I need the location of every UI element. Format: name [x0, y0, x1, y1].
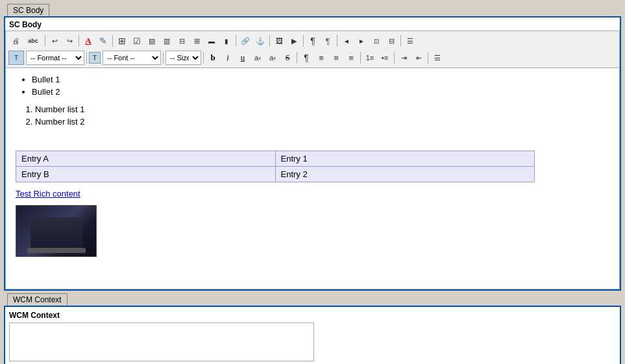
wcm-textarea[interactable] [9, 322, 314, 361]
media-button[interactable]: ▶ [287, 34, 301, 48]
redo-button[interactable]: ↪ [62, 34, 77, 48]
font-style-icon: T [89, 52, 101, 64]
bullet-item-1: Bullet 1 [32, 75, 609, 84]
separator2 [79, 35, 79, 47]
editor-area[interactable]: Bullet 1 Bullet 2 Number list 1 Number l… [5, 67, 620, 289]
highlight-button[interactable]: ✎ [96, 34, 110, 48]
add-row-button[interactable]: ▤ [145, 34, 159, 48]
format-select[interactable]: -- Format -- Paragraph Heading 1 Heading… [26, 51, 84, 65]
del-row-button[interactable]: ▬ [204, 34, 219, 48]
outdent-btn[interactable]: ⇤ [411, 51, 426, 65]
separator4 [236, 35, 236, 47]
table-cell-b2: Entry 2 [275, 167, 535, 182]
bullet-list: Bullet 1 Bullet 2 [16, 75, 609, 97]
sc-body-tab[interactable]: SC Body [7, 4, 49, 16]
wcm-context-panel: WCM Context [4, 306, 621, 364]
sc-body-panel: SC Body 🖨 abc ↩ ↪ A ✎ ⊞ ☑ ▤ ▥ ⊟ ⊞ ▬ ▮ [4, 16, 621, 291]
italic-button[interactable]: i [221, 51, 235, 65]
add-col-button[interactable]: ▥ [160, 34, 174, 48]
print-button[interactable]: 🖨 [8, 34, 23, 48]
split-button[interactable]: ⊞ [190, 34, 204, 48]
rich-content-link[interactable]: Test Rich content [16, 189, 609, 199]
merge-button[interactable]: ⊟ [175, 34, 189, 48]
view-button[interactable]: ⊡ [369, 34, 384, 48]
size-select[interactable]: -- Size -- 8 10 12 14 16 18 24 [165, 51, 201, 65]
align-right-button[interactable]: ≡ [344, 51, 358, 65]
separator6 [303, 35, 304, 47]
separator8 [400, 35, 401, 47]
para-format-button[interactable]: ¶ [299, 51, 313, 65]
toolbar-row2: T -- Format -- Paragraph Heading 1 Headi… [8, 49, 617, 66]
table-row: Entry A Entry 1 [16, 151, 535, 167]
align-left-button[interactable]: ≡ [314, 51, 328, 65]
indent-btn[interactable]: ⇥ [397, 51, 411, 65]
superscript-button[interactable]: ax [265, 51, 280, 65]
separator10 [163, 52, 164, 64]
sc-body-label: SC Body [5, 18, 620, 30]
separator11 [203, 52, 204, 64]
align-center-button[interactable]: ≡ [329, 51, 343, 65]
separator1 [45, 35, 45, 47]
table-cell-b1: Entry 1 [275, 151, 535, 167]
unordered-list-button[interactable]: •≡ [378, 51, 392, 65]
separator7 [337, 35, 337, 47]
table-row: Entry B Entry 2 [16, 167, 535, 182]
editor-image [16, 205, 97, 257]
paragraph-button[interactable]: ¶ [306, 34, 320, 48]
table-cell-a1: Entry A [16, 151, 276, 167]
checkbox-button[interactable]: ☑ [130, 34, 144, 48]
separator14 [394, 52, 395, 64]
wcm-tab-label: WCM Context [13, 295, 62, 304]
bullet-item-2: Bullet 2 [32, 87, 609, 97]
separator13 [360, 52, 361, 64]
arrow-right-button[interactable]: ► [354, 34, 369, 48]
editor-content[interactable]: Bullet 1 Bullet 2 Number list 1 Number l… [6, 68, 619, 289]
pilcrow-button[interactable]: ¶ [321, 34, 335, 48]
underline-button[interactable]: u [236, 51, 250, 65]
separator3 [112, 35, 113, 47]
image-button[interactable]: 🖼 [272, 34, 286, 48]
table-cell-a2: Entry B [16, 167, 276, 182]
format-style-icon: T [8, 51, 24, 65]
separator12 [297, 52, 297, 64]
toolbar-row1: 🖨 abc ↩ ↪ A ✎ ⊞ ☑ ▤ ▥ ⊟ ⊞ ▬ ▮ 🔗 ⚓ [8, 32, 617, 49]
bold-button[interactable]: b [206, 51, 220, 65]
insert-table-button[interactable]: ⊞ [115, 34, 129, 48]
ordered-list-button[interactable]: 1≡ [363, 51, 377, 65]
numbered-list: Number list 1 Number list 2 [16, 104, 609, 127]
anchor-button[interactable]: ⚓ [253, 34, 267, 48]
number-item-2: Number list 2 [35, 117, 609, 127]
font-select[interactable]: -- Font -- Arial Times New Roman Courier… [103, 51, 161, 65]
sc-body-tab-label: SC Body [13, 6, 43, 15]
del-col-button[interactable]: ▮ [219, 34, 234, 48]
fullscreen-button[interactable]: ⊟ [384, 34, 398, 48]
subscript-button[interactable]: ax [251, 51, 265, 65]
wcm-label: WCM Context [9, 311, 616, 320]
separator9 [86, 52, 87, 64]
separator15 [428, 52, 428, 64]
wcm-context-tab[interactable]: WCM Context [7, 293, 67, 306]
strikethrough-button[interactable]: S [280, 51, 295, 65]
spell-button[interactable]: abc [23, 34, 43, 48]
undo-button[interactable]: ↩ [47, 34, 62, 48]
text-color-button[interactable]: A [81, 34, 95, 48]
editor-table: Entry A Entry 1 Entry B Entry 2 [16, 151, 535, 182]
style-button[interactable]: ☰ [430, 51, 445, 65]
link-button[interactable]: 🔗 [238, 34, 252, 48]
toolbar: 🖨 abc ↩ ↪ A ✎ ⊞ ☑ ▤ ▥ ⊟ ⊞ ▬ ▮ 🔗 ⚓ [5, 30, 620, 67]
number-item-1: Number list 1 [35, 104, 609, 114]
arrow-left-button[interactable]: ◄ [339, 34, 354, 48]
separator5 [269, 35, 270, 47]
extra-button[interactable]: ☰ [403, 34, 417, 48]
